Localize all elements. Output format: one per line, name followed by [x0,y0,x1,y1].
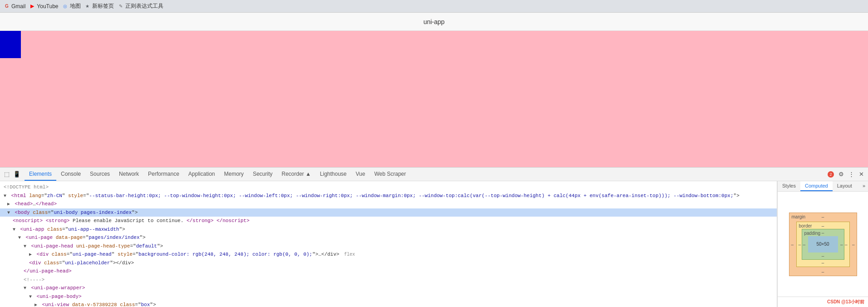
bookmark-maps[interactable]: ◎ 地图 [62,2,81,10]
tab-lighthouse[interactable]: Lighthouse [316,168,351,181]
bookmark-regex[interactable]: ✎ 正则表达式工具 [118,2,163,10]
bookmark-gmail-label: Gmail [11,3,25,10]
gmail-icon: G [4,3,10,10]
box-padding-label: padding [804,231,821,236]
tab-layout[interactable]: Layout [833,181,857,191]
html-line-html: ▼ <html lang="zh-CN" style="--status-bar… [0,192,777,200]
tab-recorder[interactable]: Recorder ▲ [277,168,316,181]
box-content-size: 50×50 [816,242,829,247]
tab-elements[interactable]: Elements [25,168,56,181]
page-title: uni-app [424,18,445,25]
html-line-noscript: <noscript> <strong> Please enable JavaSc… [0,217,777,225]
devtools-tabs: Elements Console Sources Network Perform… [25,168,827,181]
tab-network[interactable]: Network [114,168,143,181]
html-line-pagehead: ▼ <uni-page-head uni-page-head-type="def… [0,242,777,251]
tab-security[interactable]: Security [248,168,277,181]
devtools-topbar: ⬚ 📱 Elements Console Sources Network Per… [0,168,868,181]
devtools-topbar-icons: ⬚ 📱 [3,170,21,178]
notification-badge: 2 [828,171,834,178]
bookmark-regex-label: 正则表达式工具 [125,2,163,10]
html-line-head: ▶ <head>…</head> [0,200,777,208]
html-line-uniapp: ▼ <uni-app class="uni-app--maxwidth"> [0,225,777,234]
devtools-panel: ⬚ 📱 Elements Console Sources Network Per… [0,167,868,307]
box-model-container: margin – – – – – border – – – – [778,192,868,297]
tab-vue[interactable]: Vue [351,168,370,181]
device-toolbar-button[interactable]: 📱 [13,170,21,178]
html-line-unipage: ▼ <uni-page data-page="pages/index/index… [0,233,777,242]
regex-icon: ✎ [118,3,124,10]
inspect-element-button[interactable]: ⬚ [3,170,11,178]
webpage-blue-box [0,31,21,58]
devtools-content: <!DOCTYPE html> ▼ <html lang="zh-CN" sty… [0,181,868,307]
html-line-close-pagehead: </uni-page-head> [0,267,777,276]
tab-memory[interactable]: Memory [220,168,248,181]
styles-panel: Styles Computed Layout » margin – – – – … [777,181,868,307]
box-content: 50×50 [808,236,838,253]
bookmark-newtab[interactable]: ★ 新标签页 [84,2,114,10]
more-options-button[interactable]: ⋮ [847,170,855,178]
settings-button[interactable]: ⚙ [837,170,845,178]
html-line-body: ▼ <body class="uni-body pages-index-inde… [0,208,777,217]
styles-panel-footer: CSDN @13小时前 [778,297,868,307]
youtube-icon: ▶ [29,3,35,10]
bookmarks-bar: G Gmail ▶ YouTube ◎ 地图 ★ 新标签页 ✎ 正则表达式工具 [0,0,868,13]
html-line-doctype: <!DOCTYPE html> [0,183,777,192]
styles-tabs: Styles Computed Layout » [778,181,868,192]
page-title-bar: uni-app [0,13,868,31]
elements-panel[interactable]: <!DOCTYPE html> ▼ <html lang="zh-CN" sty… [0,181,777,307]
html-line-pagewrapper: ▼ <uni-page-wrapper> [0,284,777,292]
tab-webscraper[interactable]: Web Scraper [370,168,410,181]
bookmark-youtube[interactable]: ▶ YouTube [29,3,58,10]
box-margin-label: margin [792,214,806,219]
bookmark-gmail[interactable]: G Gmail [4,3,25,10]
tab-performance[interactable]: Performance [143,168,184,181]
map-icon: ◎ [62,3,69,10]
html-line-pagebody: ▼ <uni-page-body> [0,292,777,301]
close-devtools-button[interactable]: ✕ [857,170,865,178]
html-line-comment: <!----> [0,276,777,284]
tab-console[interactable]: Console [56,168,85,181]
html-line-placeholder: <div class="uni-placeholder"></div> [0,259,777,267]
webpage-area [0,31,868,167]
box-model: margin – – – – – border – – – – [789,213,857,276]
tab-application[interactable]: Application [184,168,220,181]
html-line-div-head: ▶ <div class="uni-page-head" style="back… [0,250,777,259]
html-line-uniview: ▶ <uni-view data-v-57389228 class="box"> [0,301,777,307]
watermark-text: CSDN @13小时前 [827,299,864,304]
bookmark-newtab-label: 新标签页 [92,2,114,10]
bookmark-maps-label: 地图 [70,2,81,10]
bookmark-youtube-label: YouTube [37,3,58,10]
tab-more-arrow[interactable]: » [860,181,868,191]
newtab-icon: ★ [84,3,91,10]
tab-sources[interactable]: Sources [85,168,114,181]
tab-computed[interactable]: Computed [800,181,833,191]
box-border-label: border [799,223,812,228]
devtools-topbar-right: 2 ⚙ ⋮ ✕ [828,170,865,178]
tab-styles[interactable]: Styles [778,181,800,191]
